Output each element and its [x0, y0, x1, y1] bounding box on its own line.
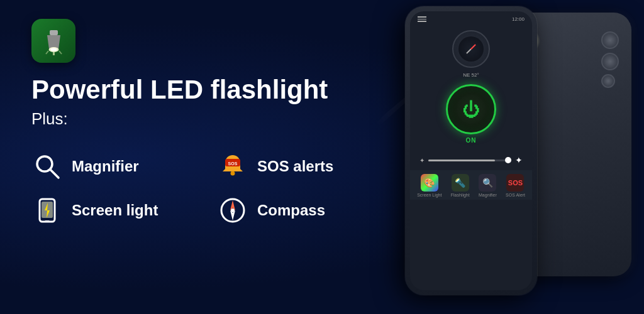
brightness-slider-track[interactable]	[428, 160, 512, 161]
time-display: 12:00	[512, 16, 525, 22]
phone-area: 12:00 NE 52° ⏻ ON ✦	[361, 0, 644, 314]
brightness-slider-fill	[428, 160, 495, 161]
brightness-slider-section: ✦ ✦	[419, 155, 523, 165]
brightness-slider-thumb[interactable]	[505, 157, 511, 163]
phone-screen: 12:00 NE 52° ⏻ ON ✦	[410, 11, 532, 290]
magnifier-svg	[33, 153, 61, 180]
flashlight-icon-svg	[40, 27, 68, 55]
compass-label: Compass	[257, 202, 325, 219]
compass-direction-label: NE 52°	[463, 72, 479, 78]
bottom-tabs: 🎨 Screen Light 🔦 Flashlight 🔍 Magnifier …	[410, 170, 532, 200]
hamburger-icon[interactable]	[418, 16, 426, 22]
phone-screen-topbar: 12:00	[410, 11, 532, 27]
svg-point-9	[231, 171, 235, 176]
magnifier-feature-icon	[31, 151, 63, 182]
power-status-label: ON	[466, 137, 477, 144]
sos-label: SOS alerts	[257, 158, 333, 175]
svg-line-5	[46, 51, 48, 54]
feature-compass: Compass	[217, 195, 384, 226]
magnifier-label: Magnifier	[72, 158, 139, 175]
camera-lens-2	[601, 53, 619, 70]
flashlight-tab-icon: 🔦	[452, 174, 469, 192]
phone-front: 12:00 NE 52° ⏻ ON ✦	[405, 6, 537, 295]
magnifier-tab-icon: 🔍	[479, 174, 496, 192]
app-icon[interactable]	[31, 19, 75, 63]
flashlight-tab-label: Flashlight	[451, 193, 470, 197]
left-content-panel: Powerful LED flashlight Plus: Magnifier	[31, 19, 384, 226]
screen-light-tab-icon: 🎨	[421, 174, 438, 192]
compass-inner	[458, 36, 484, 62]
svg-point-3	[50, 48, 57, 51]
screen-light-svg	[33, 197, 61, 224]
svg-point-19	[231, 208, 235, 212]
features-grid: Magnifier SOS SOS alerts	[31, 151, 384, 226]
svg-rect-0	[50, 30, 58, 35]
tab-flashlight[interactable]: 🔦 Flashlight	[451, 174, 470, 197]
compass-widget[interactable]	[452, 30, 490, 68]
compass-feature-icon	[217, 195, 248, 226]
compass-svg	[219, 197, 247, 224]
svg-marker-1	[47, 35, 60, 49]
sos-feature-icon: SOS	[217, 151, 248, 182]
screen-light-label: Screen light	[72, 202, 158, 219]
camera-module	[601, 31, 619, 88]
svg-rect-14	[45, 220, 50, 222]
power-section: ⏻ ON	[446, 84, 496, 144]
svg-line-8	[50, 170, 58, 178]
feature-sos: SOS SOS alerts	[217, 151, 384, 182]
magnifier-tab-label: Magnifier	[479, 193, 497, 197]
power-button[interactable]: ⏻	[446, 84, 496, 134]
feature-magnifier: Magnifier	[31, 151, 198, 182]
tab-screen-light[interactable]: 🎨 Screen Light	[417, 174, 441, 197]
screen-light-tab-label: Screen Light	[417, 193, 441, 197]
camera-lens-1	[601, 31, 619, 49]
sos-tab-label: SOS Alert	[506, 193, 525, 197]
sos-bell-svg: SOS	[219, 153, 247, 180]
tab-magnifier[interactable]: 🔍 Magnifier	[479, 174, 497, 197]
subtitle: Plus:	[31, 109, 384, 129]
sos-tab-icon: SOS	[506, 174, 524, 192]
svg-text:SOS: SOS	[228, 161, 238, 166]
compass-needle	[466, 44, 476, 54]
camera-lens-3	[601, 74, 615, 88]
brightness-high-icon: ✦	[515, 155, 523, 165]
feature-screen-light: Screen light	[31, 195, 198, 226]
main-title: Powerful LED flashlight	[31, 75, 384, 104]
screen-light-feature-icon	[31, 195, 63, 226]
power-icon: ⏻	[462, 99, 480, 120]
brightness-low-icon: ✦	[419, 157, 425, 164]
tab-sos-alert[interactable]: SOS SOS Alert	[506, 174, 525, 197]
svg-line-6	[59, 51, 62, 54]
